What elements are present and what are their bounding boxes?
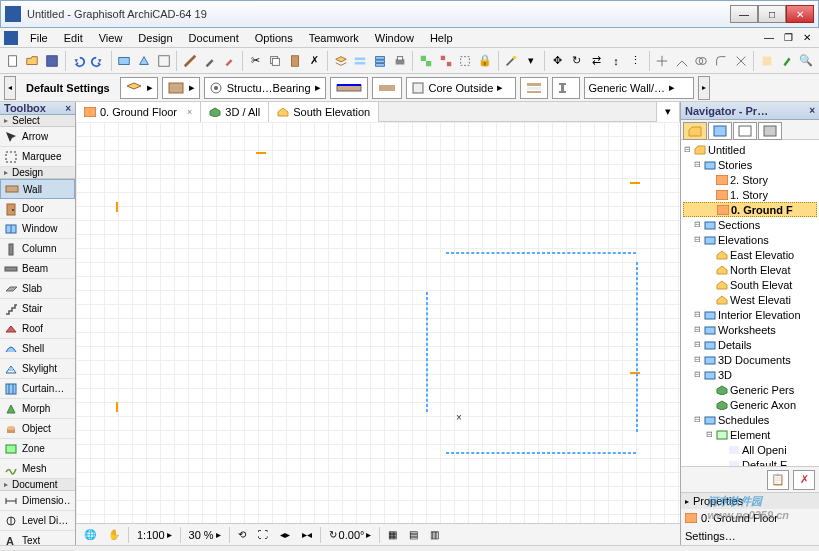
mdi-close[interactable]: ✕ — [799, 32, 815, 43]
marker-button[interactable] — [778, 50, 796, 72]
mdi-restore[interactable]: ❐ — [780, 32, 797, 43]
menu-edit[interactable]: Edit — [56, 30, 91, 46]
tool-wall[interactable]: Wall — [0, 179, 75, 199]
layout-button[interactable] — [155, 50, 173, 72]
tab-ground-floor[interactable]: 0. Ground Floor× — [76, 102, 201, 122]
pan-button[interactable]: ✋ — [104, 527, 124, 543]
mdi-minimize[interactable]: — — [760, 32, 778, 43]
resize-button[interactable] — [732, 50, 750, 72]
split-button[interactable] — [653, 50, 671, 72]
scale-selector[interactable]: 1:100 ▸ — [133, 527, 176, 543]
tool-stair[interactable]: Stair — [0, 299, 75, 319]
elevate-button[interactable]: ↕ — [607, 50, 625, 72]
drag-button[interactable]: ✥ — [548, 50, 566, 72]
menu-design[interactable]: Design — [130, 30, 180, 46]
structural-function[interactable]: Structu…Bearing▸ — [204, 77, 326, 99]
orbit-button[interactable]: 🌐 — [80, 527, 100, 543]
tool-skylight[interactable]: Skylight — [0, 359, 75, 379]
core-position[interactable]: Core Outside▸ — [406, 77, 516, 99]
new-viewpoint-button[interactable]: 📋 — [767, 470, 789, 490]
syringe-button[interactable] — [220, 50, 238, 72]
tool-morph[interactable]: Morph — [0, 399, 75, 419]
lock-button[interactable]: 🔒 — [476, 50, 494, 72]
close-button[interactable]: ✕ — [786, 5, 814, 23]
delete-viewpoint-button[interactable]: ✗ — [793, 470, 815, 490]
magic-wand-button[interactable] — [502, 50, 520, 72]
multiply-button[interactable]: ⋮ — [627, 50, 645, 72]
nav-tab-publisher[interactable] — [758, 122, 782, 140]
tool-object[interactable]: Object — [0, 419, 75, 439]
nav-tab-layout[interactable] — [733, 122, 757, 140]
tool-curtain[interactable]: Curtain… — [0, 379, 75, 399]
navigator-tree[interactable]: ⊟Untitled ⊟Stories 2. Story 1. Story 0. … — [681, 140, 819, 466]
tool-window[interactable]: Window — [0, 219, 75, 239]
display-option1[interactable]: ▦ — [384, 527, 401, 543]
tab-south-elevation[interactable]: South Elevation — [269, 102, 379, 122]
paste-button[interactable] — [286, 50, 304, 72]
intersect-button[interactable] — [693, 50, 711, 72]
composite-selector[interactable] — [520, 77, 548, 99]
suspend-button[interactable] — [456, 50, 474, 72]
properties-header[interactable]: Properties — [681, 493, 819, 509]
minimize-button[interactable]: — — [730, 5, 758, 23]
zoom-next[interactable]: ▸◂ — [298, 527, 316, 543]
info-scroll-right[interactable]: ▸ — [698, 76, 710, 100]
tab-close[interactable]: × — [187, 107, 192, 117]
plan-view-button[interactable] — [116, 50, 134, 72]
tool-dimension[interactable]: Dimensio… — [0, 491, 75, 511]
story-button[interactable] — [371, 50, 389, 72]
tool-arrow[interactable]: Arrow — [0, 127, 75, 147]
tab-3d[interactable]: 3D / All — [201, 102, 269, 122]
new-button[interactable] — [4, 50, 22, 72]
tool-slab[interactable]: Slab — [0, 279, 75, 299]
mirror-button[interactable]: ⇄ — [588, 50, 606, 72]
menu-view[interactable]: View — [91, 30, 131, 46]
wall-composite[interactable]: Generic Wall/…▸ — [584, 77, 694, 99]
zoom-prev[interactable]: ◂▸ — [276, 527, 294, 543]
wall-ref-line[interactable] — [330, 77, 368, 99]
app-menu-icon[interactable] — [4, 31, 18, 45]
adjust-button[interactable] — [673, 50, 691, 72]
ungroup-button[interactable] — [437, 50, 455, 72]
measure-button[interactable] — [181, 50, 199, 72]
find-button[interactable]: 🔍 — [797, 50, 815, 72]
tab-overflow[interactable]: ▾ — [656, 102, 680, 122]
perspective-button[interactable] — [135, 50, 153, 72]
align-button[interactable]: ▾ — [522, 50, 540, 72]
angle-display[interactable]: ↻ 0.00° ▸ — [325, 527, 376, 543]
trace-button[interactable] — [758, 50, 776, 72]
menu-window[interactable]: Window — [367, 30, 422, 46]
flip-button[interactable] — [372, 77, 402, 99]
tool-level[interactable]: Level Di… — [0, 511, 75, 531]
menu-teamwork[interactable]: Teamwork — [301, 30, 367, 46]
layer-selector[interactable]: ▸ — [120, 77, 158, 99]
menu-options[interactable]: Options — [247, 30, 301, 46]
tool-marquee[interactable]: Marquee — [0, 147, 75, 167]
nav-tab-view[interactable] — [708, 122, 732, 140]
zoom-selector[interactable]: 30 % ▸ — [185, 527, 225, 543]
undo-button[interactable] — [70, 50, 88, 72]
tool-roof[interactable]: Roof — [0, 319, 75, 339]
layer-button[interactable] — [332, 50, 350, 72]
display-option2[interactable]: ▤ — [405, 527, 422, 543]
eyedropper-button[interactable] — [201, 50, 219, 72]
canvas-2d[interactable]: × — [76, 122, 680, 523]
menu-document[interactable]: Document — [181, 30, 247, 46]
menu-file[interactable]: File — [22, 30, 56, 46]
settings-button[interactable]: Settings… — [685, 530, 815, 542]
group-button[interactable] — [417, 50, 435, 72]
navigator-close[interactable]: × — [809, 105, 815, 116]
toolbox-section-select[interactable]: Select — [0, 115, 75, 127]
material-selector[interactable]: ▸ — [162, 77, 200, 99]
default-settings-label[interactable]: Default Settings — [20, 82, 116, 94]
maximize-button[interactable]: □ — [758, 5, 786, 23]
rotate-view[interactable]: ⟲ — [234, 527, 250, 543]
copy-button[interactable] — [266, 50, 284, 72]
tool-zone[interactable]: Zone — [0, 439, 75, 459]
tool-shell[interactable]: Shell — [0, 339, 75, 359]
rotate-button[interactable]: ↻ — [568, 50, 586, 72]
open-button[interactable] — [24, 50, 42, 72]
nav-tab-project[interactable] — [683, 122, 707, 140]
profile-selector[interactable] — [552, 77, 580, 99]
fillet-button[interactable] — [712, 50, 730, 72]
